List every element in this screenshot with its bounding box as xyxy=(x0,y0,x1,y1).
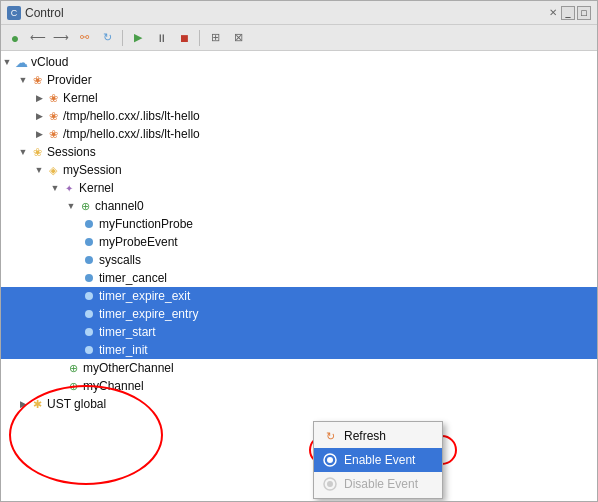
icon-kernel1: ❀ xyxy=(45,90,61,106)
icon-myfunctionprobe xyxy=(81,216,97,232)
expander-kernel1[interactable]: ▶ xyxy=(33,92,45,104)
maximize-btn[interactable]: □ xyxy=(577,6,591,20)
icon-vcloud: ☁ xyxy=(13,54,29,70)
tree-row-kernel1[interactable]: ▶ ❀ Kernel xyxy=(1,89,597,107)
dot-timer-start xyxy=(85,328,93,336)
icon-kernel2: ✦ xyxy=(61,180,77,196)
menu-label-refresh: Refresh xyxy=(344,429,386,443)
suspend-btn[interactable]: ⏸ xyxy=(151,28,171,48)
label-syscalls: syscalls xyxy=(99,253,141,267)
main-window: C Control ✕ _ □ ● ⟵ ⟶ ⚯ ↻ ▶ ⏸ ⏹ ⊞ ⊠ ▼ ☁ … xyxy=(0,0,598,502)
forward-btn[interactable]: ⟶ xyxy=(51,28,71,48)
label-vcloud: vCloud xyxy=(31,55,68,69)
window-controls: _ □ xyxy=(561,6,591,20)
connect-btn[interactable]: ⚯ xyxy=(74,28,94,48)
tree-row-vcloud[interactable]: ▼ ☁ vCloud xyxy=(1,53,597,71)
toolbar-sep1 xyxy=(122,30,123,46)
dot-timer-init xyxy=(85,346,93,354)
icon-myprobeevent xyxy=(81,234,97,250)
label-timer-init: timer_init xyxy=(99,343,148,357)
label-mysession: mySession xyxy=(63,163,122,177)
tree-row-timer-expire-exit[interactable]: timer_expire_exit xyxy=(1,287,597,305)
refresh-menu-icon: ↻ xyxy=(322,428,338,444)
window-icon: C xyxy=(7,6,21,20)
minimize-btn[interactable]: _ xyxy=(561,6,575,20)
tree-row-mychannel[interactable]: ⊕ myChannel xyxy=(1,377,597,395)
stop-btn[interactable]: ⏹ xyxy=(174,28,194,48)
status-icon: ● xyxy=(5,28,25,48)
expander-mysession[interactable]: ▼ xyxy=(33,164,45,176)
expander-sessions[interactable]: ▼ xyxy=(17,146,29,158)
tree-row-kernel2[interactable]: ▼ ✦ Kernel xyxy=(1,179,597,197)
tree-row-timer-start[interactable]: timer_start xyxy=(1,323,597,341)
toolbar: ● ⟵ ⟶ ⚯ ↻ ▶ ⏸ ⏹ ⊞ ⊠ xyxy=(1,25,597,51)
expander-vcloud[interactable]: ▼ xyxy=(1,56,13,68)
menu-label-enable-event: Enable Event xyxy=(344,453,415,467)
tree-row-syscalls[interactable]: syscalls xyxy=(1,251,597,269)
menu-item-disable-event: Disable Event xyxy=(314,472,442,496)
icon-myotherchannel: ⊕ xyxy=(65,360,81,376)
icon-sessions: ❀ xyxy=(29,144,45,160)
label-timer-expire-entry: timer_expire_entry xyxy=(99,307,198,321)
tree-row-sessions[interactable]: ▼ ❀ Sessions xyxy=(1,143,597,161)
label-lthello2: /tmp/hello.cxx/.libs/lt-hello xyxy=(63,127,200,141)
expander-kernel2[interactable]: ▼ xyxy=(49,182,61,194)
toolbar-sep2 xyxy=(199,30,200,46)
tree-row-myotherchannel[interactable]: ⊕ myOtherChannel xyxy=(1,359,597,377)
label-timer-start: timer_start xyxy=(99,325,156,339)
icon-mychannel: ⊕ xyxy=(65,378,81,394)
enable-event-menu-icon xyxy=(322,452,338,468)
tree-row-provider[interactable]: ▼ ❀ Provider xyxy=(1,71,597,89)
label-sessions: Sessions xyxy=(47,145,96,159)
label-channel0: channel0 xyxy=(95,199,144,213)
icon-timer-start xyxy=(81,324,97,340)
expander-lthello2[interactable]: ▶ xyxy=(33,128,45,140)
menu-item-refresh[interactable]: ↻ Refresh xyxy=(314,424,442,448)
window-title: Control xyxy=(25,6,545,20)
label-kernel1: Kernel xyxy=(63,91,98,105)
label-mychannel: myChannel xyxy=(83,379,144,393)
icon-provider: ❀ xyxy=(29,72,45,88)
label-timer-cancel: timer_cancel xyxy=(99,271,167,285)
resume-btn[interactable]: ▶ xyxy=(128,28,148,48)
tree-row-timer-cancel[interactable]: timer_cancel xyxy=(1,269,597,287)
dot-timer-expire-exit xyxy=(85,292,93,300)
tree-row-ust-global[interactable]: ▶ ✱ UST global xyxy=(1,395,597,413)
title-bar: C Control ✕ _ □ xyxy=(1,1,597,25)
refresh-toolbar-btn[interactable]: ↻ xyxy=(97,28,117,48)
label-myotherchannel: myOtherChannel xyxy=(83,361,174,375)
config-btn[interactable]: ⊞ xyxy=(205,28,225,48)
icon-lthello1: ❀ xyxy=(45,108,61,124)
tree-row-lthello1[interactable]: ▶ ❀ /tmp/hello.cxx/.libs/lt-hello xyxy=(1,107,597,125)
icon-mysession: ◈ xyxy=(45,162,61,178)
expander-provider[interactable]: ▼ xyxy=(17,74,29,86)
icon-syscalls xyxy=(81,252,97,268)
back-btn[interactable]: ⟵ xyxy=(28,28,48,48)
dot-myprobeevent xyxy=(85,238,93,246)
tree-row-lthello2[interactable]: ▶ ❀ /tmp/hello.cxx/.libs/lt-hello xyxy=(1,125,597,143)
label-ust-global: UST global xyxy=(47,397,106,411)
dot-timer-cancel xyxy=(85,274,93,282)
tree-row-channel0[interactable]: ▼ ⊕ channel0 xyxy=(1,197,597,215)
title-close-icon: ✕ xyxy=(549,7,557,18)
label-myprobeevent: myProbeEvent xyxy=(99,235,178,249)
expander-channel0[interactable]: ▼ xyxy=(65,200,77,212)
tree-row-myprobeevent[interactable]: myProbeEvent xyxy=(1,233,597,251)
context-menu: ↻ Refresh Enable Event xyxy=(313,421,443,499)
icon-timer-init xyxy=(81,342,97,358)
tree-row-myfunctionprobe[interactable]: myFunctionProbe xyxy=(1,215,597,233)
menu-item-enable-event[interactable]: Enable Event xyxy=(314,448,442,472)
new-btn[interactable]: ⊠ xyxy=(228,28,248,48)
tree-row-mysession[interactable]: ▼ ◈ mySession xyxy=(1,161,597,179)
expander-ust[interactable]: ▶ xyxy=(17,398,29,410)
icon-lthello2: ❀ xyxy=(45,126,61,142)
dot-timer-expire-entry xyxy=(85,310,93,318)
tree-row-timer-init[interactable]: timer_init xyxy=(1,341,597,359)
svg-point-3 xyxy=(327,481,333,487)
icon-timer-expire-entry xyxy=(81,306,97,322)
label-kernel2: Kernel xyxy=(79,181,114,195)
dot-myfunctionprobe xyxy=(85,220,93,228)
tree-row-timer-expire-entry[interactable]: timer_expire_entry xyxy=(1,305,597,323)
tree-content: ▼ ☁ vCloud ▼ ❀ Provider ▶ ❀ Kernel xyxy=(1,51,597,501)
expander-lthello1[interactable]: ▶ xyxy=(33,110,45,122)
